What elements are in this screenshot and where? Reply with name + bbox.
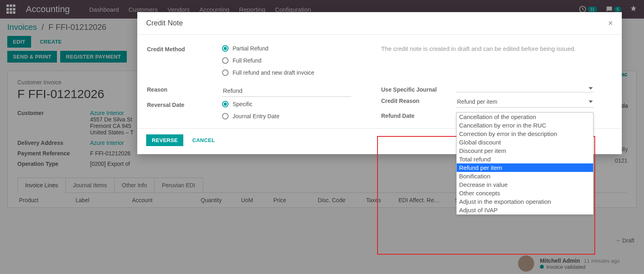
credit-method-label: Credit Method [147, 45, 222, 76]
info-note: The credit note is created in draft and … [381, 45, 576, 52]
opt-global-discount[interactable]: Global discount [457, 138, 593, 146]
radio-specific[interactable]: Specific [222, 101, 279, 107]
credit-note-modal: Credit Note × Credit Method Partial Refu… [137, 12, 622, 154]
credit-reason-select[interactable]: Refund per item [456, 97, 594, 108]
radio-journal-entry-date[interactable]: Journal Entry Date [222, 113, 279, 119]
specific-journal-label: Use Specific Journal [381, 86, 456, 93]
specific-journal-select[interactable] [456, 86, 594, 92]
radio-partial-refund[interactable]: Partial Refund [222, 45, 314, 52]
opt-cancellation-operation[interactable]: Cancellation of the operation [457, 113, 593, 121]
refund-date-label: Refund Date [381, 112, 456, 119]
opt-correction-description[interactable]: Correction by error in the description [457, 130, 593, 138]
close-button[interactable]: × [608, 19, 613, 28]
opt-adjust-ivap[interactable]: Adjust of IVAP [457, 206, 593, 214]
opt-refund-per-item[interactable]: Refund per item [457, 163, 593, 172]
opt-total-refund[interactable]: Total refund [457, 155, 593, 163]
credit-reason-label: Credit Reason [381, 97, 456, 104]
opt-adjust-exportation[interactable]: Adjust in the exportation operation [457, 197, 593, 206]
radio-full-new-draft[interactable]: Full refund and new draft invoice [222, 69, 314, 76]
opt-cancellation-ruc[interactable]: Cancellation by error in the RUC [457, 121, 593, 130]
opt-decrease-value[interactable]: Decrease in value [457, 180, 593, 189]
cancel-button[interactable]: CANCEL [187, 134, 220, 146]
chevron-down-icon [589, 87, 593, 90]
modal-title: Credit Note [146, 19, 183, 27]
reason-input[interactable] [222, 86, 351, 97]
opt-bonification[interactable]: Bonification [457, 172, 593, 180]
reversal-date-label: Reversal Date [147, 101, 222, 108]
reverse-button[interactable]: REVERSE [146, 134, 183, 146]
opt-discount-per-item[interactable]: Discount per item [457, 146, 593, 155]
chevron-down-icon [589, 100, 593, 103]
credit-reason-dropdown[interactable]: Cancellation of the operation Cancellati… [456, 112, 594, 215]
radio-full-refund[interactable]: Full Refund [222, 57, 314, 64]
opt-other-concepts[interactable]: Other concepts [457, 189, 593, 197]
reason-label: Reason [147, 86, 222, 93]
